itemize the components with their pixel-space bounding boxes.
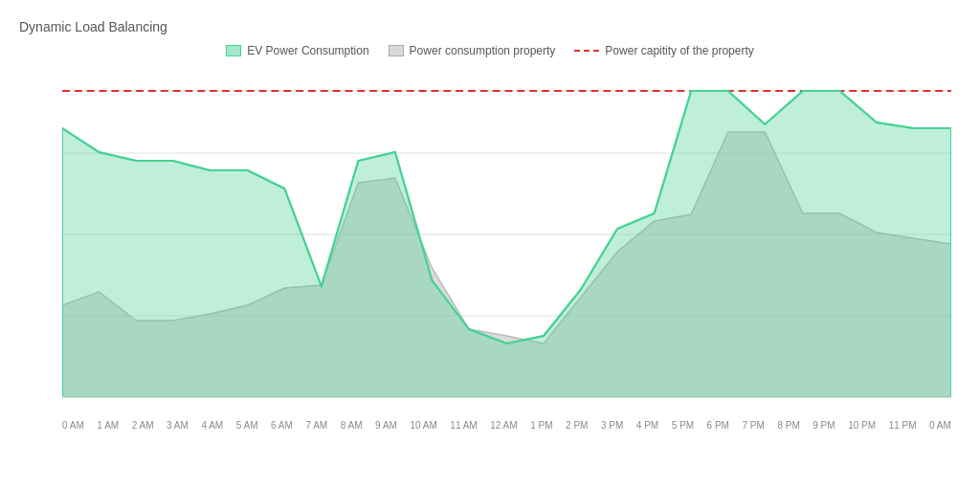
x-label-6am: 6 AM <box>271 420 293 431</box>
x-label-11am: 11 AM <box>450 420 477 431</box>
x-axis: 0 AM 1 AM 2 AM 3 AM 4 AM 5 AM 6 AM 7 AM … <box>62 420 951 431</box>
legend-ev: EV Power Consumption <box>226 44 368 57</box>
x-label-3pm: 3 PM <box>601 420 623 431</box>
x-label-2pm: 2 PM <box>566 420 588 431</box>
ev-label: EV Power Consumption <box>247 44 368 57</box>
x-label-0am-end: 0 AM <box>929 420 951 431</box>
x-label-11pm: 11 PM <box>889 420 917 431</box>
chart-area: 100% 75% 50% 25% 0% <box>62 72 951 416</box>
x-label-9pm: 9 PM <box>813 420 835 431</box>
legend-capacity: Power capitity of the property <box>574 44 753 57</box>
legend-property: Power consumption property <box>389 44 556 57</box>
x-label-8am: 8 AM <box>341 420 363 431</box>
x-label-8pm: 8 PM <box>777 420 799 431</box>
legend: EV Power Consumption Power consumption p… <box>19 44 961 57</box>
x-label-2am: 2 AM <box>132 420 154 431</box>
chart-container: Dynamic Load Balancing EV Power Consumpt… <box>0 0 980 488</box>
ev-area <box>62 91 951 397</box>
x-label-5am: 5 AM <box>236 420 258 431</box>
x-label-7pm: 7 PM <box>743 420 765 431</box>
capacity-label: Power capitity of the property <box>605 44 753 57</box>
x-label-1am: 1 AM <box>97 420 119 431</box>
capacity-swatch <box>574 50 599 52</box>
x-label-6pm: 6 PM <box>707 420 729 431</box>
property-label: Power consumption property <box>410 44 556 57</box>
chart-svg: 100% 75% 50% 25% 0% <box>62 72 951 416</box>
x-label-4am: 4 AM <box>201 420 223 431</box>
chart-title: Dynamic Load Balancing <box>19 19 961 34</box>
x-label-7am: 7 AM <box>305 420 327 431</box>
ev-swatch <box>226 45 241 56</box>
x-label-10am: 10 AM <box>410 420 436 431</box>
x-label-1pm: 1 PM <box>530 420 552 431</box>
x-label-0am: 0 AM <box>62 420 84 431</box>
x-label-10pm: 10 PM <box>848 420 876 431</box>
x-label-4pm: 4 PM <box>636 420 658 431</box>
property-swatch <box>389 45 404 56</box>
x-label-5pm: 5 PM <box>672 420 694 431</box>
x-label-12am: 12 AM <box>490 420 517 431</box>
x-label-9am: 9 AM <box>375 420 397 431</box>
x-label-3am: 3 AM <box>167 420 189 431</box>
